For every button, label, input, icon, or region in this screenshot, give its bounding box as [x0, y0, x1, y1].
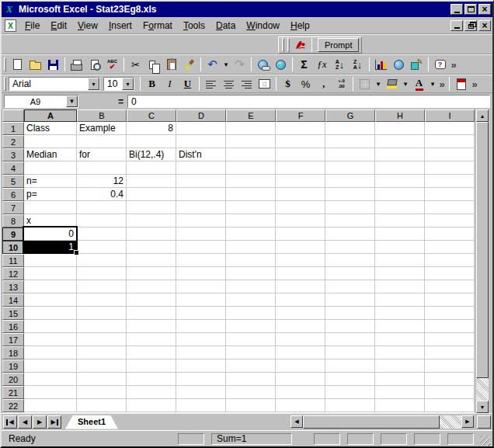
cell-F16[interactable]: [276, 320, 325, 333]
cell-B3[interactable]: for: [77, 148, 127, 161]
row-header-15[interactable]: 15: [2, 307, 24, 320]
cell-I13[interactable]: [425, 280, 475, 293]
cell-I6[interactable]: [425, 188, 475, 201]
cell-A18[interactable]: [24, 346, 77, 359]
minimize-button[interactable]: [451, 4, 463, 15]
cell-G7[interactable]: [325, 201, 375, 214]
cell-C8[interactable]: [127, 214, 176, 227]
cell-G11[interactable]: [325, 254, 375, 267]
cell-D5[interactable]: [176, 175, 226, 188]
cell-E3[interactable]: [226, 148, 276, 161]
column-header-F[interactable]: F: [276, 109, 325, 122]
cell-E16[interactable]: [226, 320, 276, 333]
cell-H21[interactable]: [375, 386, 425, 399]
cell-B1[interactable]: Example: [77, 122, 127, 135]
cell-E4[interactable]: [226, 161, 276, 175]
cell-C22[interactable]: [127, 399, 176, 412]
cell-D9[interactable]: [176, 227, 226, 241]
workbook-restore-button[interactable]: [464, 20, 477, 31]
cell-E7[interactable]: [226, 201, 276, 214]
cell-A3[interactable]: Median: [24, 148, 77, 161]
undo-dropdown[interactable]: ▾: [221, 57, 231, 72]
cell-B17[interactable]: [77, 333, 127, 346]
cell-E5[interactable]: [226, 175, 276, 188]
web-toolbar-button[interactable]: [272, 57, 290, 72]
cell-I1[interactable]: [425, 122, 475, 135]
cell-H8[interactable]: [375, 214, 425, 227]
cell-A12[interactable]: [24, 267, 77, 280]
cell-D8[interactable]: [176, 214, 226, 227]
copy-button[interactable]: [144, 57, 162, 72]
cell-B6[interactable]: 0.4: [77, 188, 127, 201]
cell-H11[interactable]: [375, 254, 425, 267]
row-header-2[interactable]: 2: [2, 135, 24, 148]
cell-B9[interactable]: [77, 227, 127, 241]
cell-H4[interactable]: [375, 161, 425, 175]
row-header-14[interactable]: 14: [2, 293, 24, 307]
cell-B13[interactable]: [77, 280, 127, 293]
cell-C7[interactable]: [127, 201, 176, 214]
cell-E17[interactable]: [226, 333, 276, 346]
cell-F4[interactable]: [276, 161, 325, 175]
open-button[interactable]: [26, 57, 44, 72]
cell-B15[interactable]: [77, 307, 127, 320]
tab-split-handle[interactable]: [477, 415, 491, 429]
cell-G4[interactable]: [325, 161, 375, 175]
cell-F18[interactable]: [276, 346, 325, 359]
cell-C13[interactable]: [127, 280, 176, 293]
office-assistant-button[interactable]: [431, 57, 449, 72]
cell-A6[interactable]: p=: [24, 188, 77, 201]
align-center-button[interactable]: [220, 76, 238, 92]
cell-F7[interactable]: [276, 201, 325, 214]
row-header-17[interactable]: 17: [2, 333, 24, 346]
save-button[interactable]: [44, 57, 62, 72]
cell-I10[interactable]: [425, 241, 475, 254]
cell-E6[interactable]: [226, 188, 276, 201]
font-color-dropdown[interactable]: ▾: [428, 76, 437, 92]
cell-G15[interactable]: [325, 307, 375, 320]
scroll-up-button[interactable]: ▲: [476, 109, 489, 122]
cell-C17[interactable]: [127, 333, 176, 346]
name-box-dropdown[interactable]: ▼: [66, 96, 78, 107]
row-header-21[interactable]: 21: [2, 386, 24, 399]
bold-button[interactable]: B: [143, 76, 161, 92]
cell-A20[interactable]: [24, 373, 77, 386]
undo-button[interactable]: ↶: [204, 57, 221, 72]
format-painter-button[interactable]: [180, 57, 198, 72]
cell-B7[interactable]: [77, 201, 127, 214]
row-header-4[interactable]: 4: [2, 161, 24, 175]
column-header-B[interactable]: B: [77, 109, 127, 122]
cell-F12[interactable]: [276, 267, 325, 280]
cell-C5[interactable]: [127, 175, 176, 188]
new-document-button[interactable]: [9, 57, 26, 72]
menu-insert[interactable]: Insert: [103, 19, 137, 33]
cell-F8[interactable]: [276, 214, 325, 227]
cell-C19[interactable]: [127, 359, 176, 373]
cell-E11[interactable]: [226, 254, 276, 267]
cell-D12[interactable]: [176, 267, 226, 280]
cell-B22[interactable]: [77, 399, 127, 412]
paste-button[interactable]: [162, 57, 180, 72]
cell-E15[interactable]: [226, 307, 276, 320]
align-right-button[interactable]: [238, 76, 256, 92]
cell-I20[interactable]: [425, 373, 475, 386]
cell-C21[interactable]: [127, 386, 176, 399]
font-size-combo-dropdown[interactable]: ▾: [122, 78, 134, 90]
currency-button[interactable]: $: [279, 76, 297, 92]
cell-D16[interactable]: [176, 320, 226, 333]
cell-G18[interactable]: [325, 346, 375, 359]
cell-G5[interactable]: [325, 175, 375, 188]
cell-H3[interactable]: [375, 148, 425, 161]
row-header-1[interactable]: 1: [2, 122, 24, 135]
horizontal-scroll-thumb[interactable]: [303, 415, 440, 429]
resize-grip[interactable]: [480, 436, 490, 446]
cell-D18[interactable]: [176, 346, 226, 359]
cell-B10[interactable]: [77, 241, 127, 254]
borders-dropdown[interactable]: ▾: [374, 76, 383, 92]
worksheet-grid[interactable]: ABCDEFGHI1ClassExample823MedianforBi(12,…: [2, 109, 475, 413]
menu-window[interactable]: Window: [241, 19, 285, 33]
maximize-button[interactable]: [464, 4, 477, 15]
insert-hyperlink-button[interactable]: [254, 57, 272, 72]
cell-E12[interactable]: [226, 267, 276, 280]
cell-F22[interactable]: [276, 399, 325, 412]
